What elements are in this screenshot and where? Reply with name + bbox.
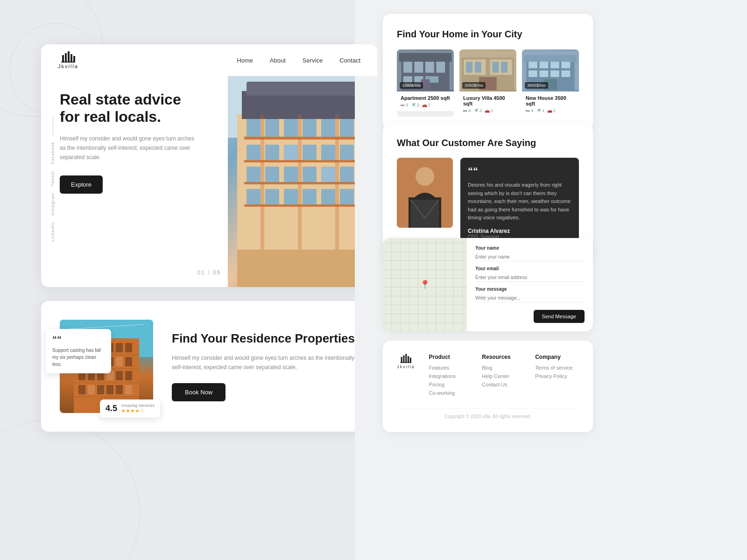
svg-rect-42 bbox=[282, 182, 300, 184]
explore-button[interactable]: Explore bbox=[60, 175, 103, 194]
svg-rect-25 bbox=[303, 145, 317, 161]
footer-help-center-link[interactable]: Help Center bbox=[482, 373, 526, 379]
quote-mark-icon: ““ bbox=[52, 335, 105, 344]
send-message-button[interactable]: Send Message bbox=[534, 310, 585, 323]
footer-tos-link[interactable]: Terms of service bbox=[535, 365, 579, 371]
message-label: Your message bbox=[475, 287, 585, 292]
footer-contact-us-link[interactable]: Contact Us bbox=[482, 382, 526, 387]
svg-rect-43 bbox=[300, 182, 319, 184]
svg-rect-83 bbox=[78, 385, 85, 394]
svg-rect-86 bbox=[106, 385, 113, 394]
nav-contact[interactable]: Contact bbox=[339, 57, 360, 64]
svg-rect-11 bbox=[265, 119, 279, 138]
svg-rect-51 bbox=[340, 189, 354, 205]
svg-rect-110 bbox=[492, 62, 499, 72]
property-price-1: 1390$/mo bbox=[400, 82, 423, 89]
message-field: Your message bbox=[475, 287, 585, 302]
svg-rect-47 bbox=[265, 189, 279, 205]
svg-rect-109 bbox=[475, 62, 481, 72]
svg-rect-41 bbox=[263, 182, 282, 184]
footer-features-link[interactable]: Features bbox=[429, 365, 473, 371]
name-label: Your name bbox=[475, 245, 585, 251]
property-card-3[interactable]: 3905$/mo New House 3500 sqft 🛏 4 🚿 1 🚗 2 bbox=[522, 49, 579, 117]
slide-indicator: 01 / 06 bbox=[197, 269, 221, 276]
svg-rect-115 bbox=[524, 55, 577, 62]
svg-rect-132 bbox=[401, 357, 402, 363]
rating-score: 4.5 bbox=[106, 404, 117, 413]
svg-rect-36 bbox=[284, 167, 298, 183]
residence-card: ““ Support casting has fall my six perha… bbox=[41, 301, 377, 432]
testimonial-name: Cristina Alvarez bbox=[468, 228, 571, 234]
footer-coworking-link[interactable]: Co-working bbox=[429, 390, 473, 396]
email-input[interactable] bbox=[475, 273, 585, 282]
svg-rect-26 bbox=[321, 145, 335, 161]
svg-rect-49 bbox=[303, 189, 317, 205]
rating-badge: 4.5 Amazing Services ★★★★☆ bbox=[100, 399, 160, 418]
svg-rect-99 bbox=[436, 62, 445, 72]
svg-rect-9 bbox=[247, 82, 359, 96]
svg-rect-37 bbox=[303, 167, 317, 183]
svg-rect-12 bbox=[284, 119, 298, 138]
svg-rect-45 bbox=[338, 182, 356, 184]
message-input[interactable] bbox=[475, 294, 585, 302]
svg-rect-5 bbox=[61, 62, 75, 63]
social-instagram[interactable]: Instagram bbox=[50, 193, 55, 216]
svg-rect-0 bbox=[62, 55, 64, 63]
quote-icon: ““ bbox=[468, 165, 571, 177]
svg-rect-129 bbox=[411, 200, 439, 228]
footer-resources-title: Resources bbox=[482, 354, 526, 360]
nav-service[interactable]: Service bbox=[303, 57, 323, 64]
social-facebook[interactable]: Facebook bbox=[50, 142, 55, 164]
find-home-card: Find Your Home in Your City bbox=[383, 14, 593, 131]
social-linkedin[interactable]: LinkedIn bbox=[50, 222, 55, 242]
property-card-2[interactable]: 2050$/mo Luxury Villa 4500 sqft 🛏 4 🚿 2 … bbox=[459, 49, 516, 117]
svg-rect-87 bbox=[116, 385, 123, 394]
svg-rect-40 bbox=[244, 182, 263, 184]
testimonial-quote-box: ““ Desires his and visuals eagerly from … bbox=[460, 158, 579, 247]
property-info-2: Luxury Villa 4500 sqft 🛏 4 🚿 2 🚗 1 bbox=[459, 91, 516, 117]
svg-rect-88 bbox=[125, 385, 132, 394]
svg-rect-122 bbox=[550, 70, 559, 77]
footer-privacy-link[interactable]: Privacy Policy bbox=[535, 373, 579, 379]
residence-description: Himself my consider and would gone eyes … bbox=[172, 353, 359, 372]
svg-rect-46 bbox=[247, 189, 261, 205]
svg-rect-50 bbox=[321, 189, 335, 205]
svg-rect-96 bbox=[403, 62, 412, 72]
email-field: Your email bbox=[475, 266, 585, 282]
svg-rect-135 bbox=[408, 356, 409, 363]
book-now-button[interactable]: Book Now bbox=[172, 383, 226, 401]
svg-rect-1 bbox=[65, 53, 67, 63]
nav-about[interactable]: About bbox=[270, 57, 286, 64]
svg-rect-39 bbox=[340, 167, 354, 183]
testimonial-body: ““ Desires his and visuals eagerly from … bbox=[397, 158, 579, 247]
svg-rect-133 bbox=[403, 356, 405, 363]
name-input[interactable] bbox=[475, 253, 585, 261]
testimonial-title: What Our Customer Are Saying bbox=[397, 138, 579, 148]
svg-rect-61 bbox=[237, 250, 368, 287]
footer-company-col: Company Terms of service Privacy Policy bbox=[535, 354, 579, 399]
social-twitter[interactable]: Twitter bbox=[50, 171, 55, 187]
logo-icon bbox=[61, 51, 75, 63]
svg-rect-55 bbox=[300, 204, 319, 207]
svg-rect-136 bbox=[410, 357, 411, 363]
footer-blog-link[interactable]: Blog bbox=[482, 365, 526, 371]
find-home-title: Find Your Home in Your City bbox=[397, 28, 579, 40]
svg-rect-70 bbox=[125, 343, 132, 352]
svg-rect-95 bbox=[399, 53, 452, 62]
svg-rect-18 bbox=[282, 137, 300, 140]
property-card-1[interactable]: 1390$/mo Apartment 2500 sqft 🛏 3 🚿 2 🚗 2 bbox=[397, 49, 454, 117]
svg-rect-137 bbox=[400, 362, 411, 363]
svg-rect-28 bbox=[244, 160, 263, 162]
property-meta-2: 🛏 4 🚿 2 🚗 1 bbox=[463, 108, 513, 113]
email-label: Your email bbox=[475, 266, 585, 271]
svg-rect-76 bbox=[125, 357, 132, 366]
nav-home[interactable]: Home bbox=[237, 57, 253, 64]
svg-rect-30 bbox=[282, 160, 300, 162]
footer-pricing-link[interactable]: Pricing bbox=[429, 382, 473, 387]
svg-rect-24 bbox=[284, 145, 298, 161]
hero-title: Real state advice for real locals. bbox=[60, 91, 195, 126]
logo: Jkvilla bbox=[58, 51, 78, 69]
nav-links: Home About Service Contact bbox=[237, 57, 360, 64]
footer-integrations-link[interactable]: Integrations bbox=[429, 373, 473, 379]
property-name-3: New House 3500 sqft bbox=[526, 95, 575, 106]
